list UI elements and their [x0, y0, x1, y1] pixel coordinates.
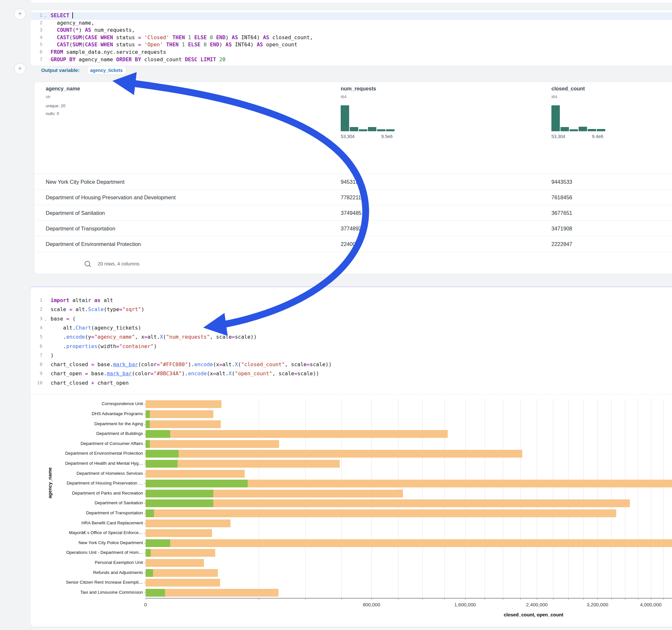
histogram-max-label: 9.4e6 [592, 134, 603, 139]
closed-count-bar [146, 470, 245, 478]
sql-cell[interactable]: 1⌄SELECT 2 agency_name,3 COUNT(*) AS num… [30, 10, 672, 66]
gridline [445, 399, 445, 598]
code-line[interactable]: agency_name, [30, 20, 672, 26]
search-icon[interactable] [85, 261, 90, 266]
y-axis-label: Department of Environmental Protection [65, 451, 143, 456]
histogram-max-label: 9.5e6 [381, 134, 392, 139]
code-line[interactable]: .encode(y="agency_name", x=alt.X("num_re… [30, 334, 672, 340]
code-line[interactable]: FROM sample_data.nyc.service_requests [30, 49, 672, 55]
notebook-page: { "sql_cell": { "gutter": ["1","2","3","… [0, 0, 672, 630]
closed-count-bar [146, 450, 522, 458]
gridline [371, 399, 372, 598]
output-variable-value: agency_tickets [90, 68, 123, 73]
y-axis-label: Personal Exemption Unit [95, 560, 143, 565]
output-variable-pill[interactable]: agency_tickets [87, 66, 126, 75]
closed-count-bar [146, 529, 212, 537]
text-caret [72, 12, 73, 19]
code-line[interactable]: CAST(SUM(CASE WHEN status = 'Closed' THE… [30, 34, 672, 41]
column-type: i64 [551, 94, 557, 99]
table-cell: 2222847 [551, 236, 572, 252]
closed-count-bar [146, 430, 448, 438]
table-row[interactable]: Department of Housing Preservation and D… [34, 189, 672, 205]
closed-count-bar [146, 559, 204, 567]
closed-count-bar [146, 420, 221, 428]
closed-count-bar [146, 400, 221, 408]
python-cell[interactable]: 1import altair as alt2scale = alt.Scale(… [30, 287, 672, 627]
code-line[interactable]: base = ( [30, 316, 672, 322]
histogram-min-label: 53,304 [341, 134, 355, 139]
column-histogram [551, 105, 605, 131]
table-footer: 20 rows, 4 columns [98, 261, 139, 266]
column-type: i64 [341, 94, 346, 99]
open-count-bar [146, 569, 153, 577]
add-cell-button-top[interactable]: + [14, 8, 26, 20]
table-cell: Department of Transportation [46, 221, 115, 236]
gridline [398, 399, 399, 598]
gridline [651, 399, 651, 598]
table-row[interactable]: Department of Environmental Protection22… [34, 236, 672, 252]
gridline [638, 399, 638, 598]
closed-count-bar [146, 539, 672, 547]
y-axis-label: Department of Transportation [86, 510, 143, 515]
x-tick-label: 3,200,000 [587, 602, 608, 607]
code-line[interactable]: chart_closed + chart_open [30, 380, 672, 386]
table-row[interactable]: Department of Transportation377489234719… [34, 220, 672, 236]
code-line[interactable]: chart_open = base.mark_bar(color="#8BC34… [30, 370, 672, 377]
table-cell: Department of Sanitation [46, 205, 105, 221]
code-line[interactable]: scale = alt.Scale(type="sqrt") [30, 306, 672, 312]
code-line[interactable]: alt.Chart(agency_tickets) [30, 325, 672, 331]
column-name: closed_count [551, 86, 585, 92]
x-tick-label: 4,000,000 [640, 602, 662, 607]
open-count-bar [146, 480, 248, 487]
code-line[interactable]: COUNT(*) AS num_requests, [30, 27, 672, 33]
code-line[interactable]: ) [30, 352, 672, 358]
y-axis-label: Operations Unit - Department of Hom… [66, 550, 143, 555]
next-cell-edge [30, 628, 672, 630]
table-cell: 9453131 [341, 174, 361, 190]
closed-count-bar [146, 569, 218, 577]
code-line[interactable]: SELECT [30, 12, 672, 19]
y-axis-title: agency_name [47, 467, 52, 499]
x-tick-label: 0 [144, 602, 147, 607]
code-line[interactable]: .properties(width="container") [30, 343, 672, 349]
y-axis-label: Department of Homeless Services [76, 471, 143, 476]
gridline [611, 399, 612, 598]
open-count-bar [146, 539, 170, 547]
y-axis-label: DHS Advantage Programs [92, 411, 143, 416]
code-line[interactable]: chart_closed = base.mark_bar(color="#FFC… [30, 361, 672, 367]
code-line[interactable]: import altair as alt [30, 297, 672, 303]
column-stat: nulls: 0 [46, 111, 59, 116]
open-count-bar [146, 500, 213, 507]
add-cell-button-middle[interactable]: + [14, 63, 26, 75]
gridline [553, 399, 553, 598]
gridline [259, 399, 259, 598]
table-cell: Department of Housing Preservation and D… [46, 190, 176, 205]
gridline [568, 399, 569, 598]
dataframe-preview[interactable]: agency_namestrunique: 20nulls: 0num_requ… [34, 82, 672, 274]
table-cell: 9443533 [551, 174, 572, 190]
code-line[interactable]: GROUP BY agency_name ORDER BY closed_cou… [30, 56, 672, 63]
previous-cell-edge [30, 0, 672, 3]
closed-count-bar [146, 410, 213, 418]
table-row[interactable]: Department of Sanitation37494853677651 [34, 205, 672, 221]
closed-count-bar [146, 440, 279, 448]
open-count-bar [146, 549, 151, 557]
table-cell: 2240041 [341, 236, 361, 252]
column-type: str [46, 94, 51, 99]
table-cell: 7618456 [551, 190, 572, 205]
closed-count-bar [146, 579, 220, 587]
code-line[interactable]: CAST(SUM(CASE WHEN status = 'Open' THEN … [30, 42, 672, 48]
open-count-bar [146, 440, 150, 448]
open-count-bar [146, 509, 154, 517]
table-row[interactable]: New York City Police Department945313194… [34, 174, 672, 190]
open-count-bar [146, 410, 150, 418]
gridline [503, 399, 503, 598]
y-axis-label: Mayorâ€ s Office of Special Enforce… [69, 530, 143, 535]
gridline [465, 399, 465, 598]
y-axis-label: HRA Benefit Card Replacement [81, 520, 143, 525]
x-tick-label: 1,600,000 [454, 602, 476, 607]
table-cell: 3471908 [551, 221, 572, 236]
y-axis-label: Correspondence Unit [101, 401, 143, 406]
gridline [663, 399, 664, 598]
column-stat: unique: 20 [46, 103, 66, 108]
